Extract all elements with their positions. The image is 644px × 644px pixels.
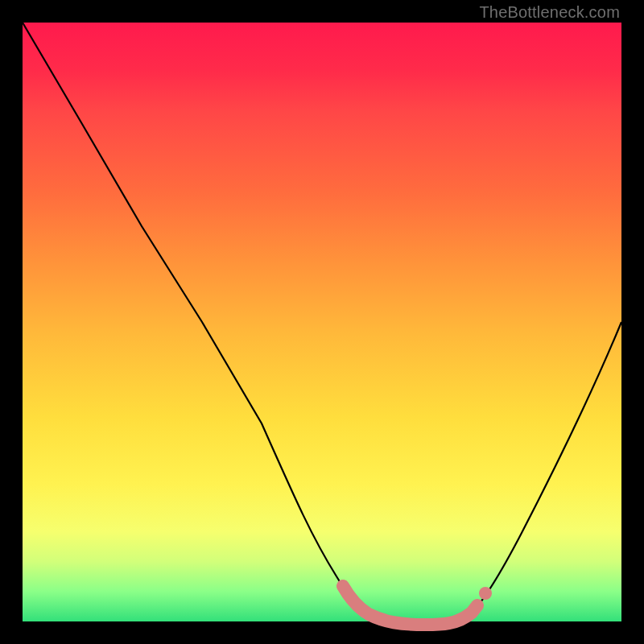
attribution-text: TheBottleneck.com xyxy=(479,3,620,22)
highlight-dot xyxy=(479,587,492,600)
highlight-band xyxy=(343,586,477,625)
chart-frame: TheBottleneck.com xyxy=(0,0,644,644)
plot-area xyxy=(23,23,621,621)
chart-svg xyxy=(23,23,621,621)
bottleneck-curve xyxy=(23,23,621,625)
